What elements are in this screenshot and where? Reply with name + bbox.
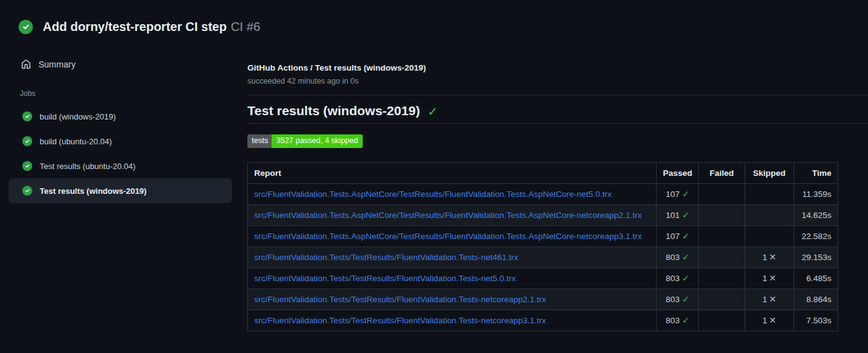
sidebar-job-item[interactable]: Test results (ubuntu-20.04)	[9, 154, 232, 178]
report-title: Test results (windows-2019)	[247, 103, 420, 118]
table-row: src/FluentValidation.Tests.AspNetCore/Te…	[248, 225, 838, 246]
failed-cell	[699, 268, 745, 289]
passed-count: 107	[666, 232, 680, 241]
job-label: build (ubuntu-20.04)	[40, 137, 112, 146]
report-cell: src/FluentValidation.Tests/TestResults/F…	[248, 246, 657, 268]
failed-cell	[699, 310, 745, 331]
table-row: src/FluentValidation.Tests/TestResults/F…	[248, 268, 838, 289]
check-icon: ✓	[682, 294, 689, 304]
passed-count: 803	[666, 253, 680, 262]
check-icon: ✓	[682, 273, 689, 283]
check-icon: ✓	[682, 210, 689, 220]
sidebar-job-item[interactable]: build (windows-2019)	[9, 104, 232, 129]
x-icon: ✕	[769, 252, 776, 262]
badge-label: tests	[247, 134, 272, 148]
report-cell: src/FluentValidation.Tests.AspNetCore/Te…	[248, 204, 657, 225]
test-results-table: Report Passed Failed Skipped Time src/Fl…	[247, 162, 838, 331]
passed-count: 107	[666, 190, 680, 199]
success-check-circle-icon	[22, 186, 32, 196]
report-link[interactable]: src/FluentValidation.Tests.AspNetCore/Te…	[254, 211, 642, 220]
time-cell: 8.864s	[794, 289, 838, 310]
table-header-row: Report Passed Failed Skipped Time	[248, 162, 838, 183]
passed-cell: 803✓	[657, 289, 699, 310]
table-row: src/FluentValidation.Tests.AspNetCore/Te…	[248, 204, 838, 225]
report-link[interactable]: src/FluentValidation.Tests.AspNetCore/Te…	[254, 190, 612, 199]
check-icon: ✓	[682, 315, 689, 325]
passed-count: 803	[666, 316, 680, 325]
skipped-cell: ✕	[745, 225, 794, 246]
column-header-time: Time	[794, 162, 838, 183]
report-link[interactable]: src/FluentValidation.Tests/TestResults/F…	[254, 316, 546, 325]
success-check-circle-icon	[22, 136, 32, 146]
column-header-skipped: Skipped	[745, 162, 794, 183]
report-cell: src/FluentValidation.Tests.AspNetCore/Te…	[248, 225, 657, 246]
report-heading: Test results (windows-2019) ✓	[247, 103, 868, 124]
skipped-count: 1	[763, 253, 768, 262]
check-run-status: succeeded 42 minutes ago in 0s	[247, 77, 868, 85]
success-check-circle-icon	[22, 161, 32, 171]
column-header-failed: Failed	[699, 162, 745, 183]
report-link[interactable]: src/FluentValidation.Tests/TestResults/F…	[254, 274, 516, 283]
passed-count: 803	[666, 274, 680, 283]
passed-cell: 107✓	[657, 225, 699, 246]
report-cell: src/FluentValidation.Tests/TestResults/F…	[248, 268, 657, 289]
table-row: src/FluentValidation.Tests/TestResults/F…	[248, 289, 838, 310]
report-cell: src/FluentValidation.Tests/TestResults/F…	[248, 289, 657, 310]
passed-cell: 101✓	[657, 204, 699, 225]
table-body: src/FluentValidation.Tests.AspNetCore/Te…	[248, 183, 838, 331]
passed-cell: 107✓	[657, 183, 699, 204]
table-row: src/FluentValidation.Tests/TestResults/F…	[248, 246, 838, 268]
skipped-cell: 1✕	[745, 268, 794, 289]
sidebar: Summary Jobs build (windows-2019) build …	[0, 53, 242, 203]
time-cell: 7.503s	[794, 310, 838, 331]
main-content: GitHub Actions / Test results (windows-2…	[247, 0, 868, 331]
table-row: src/FluentValidation.Tests/TestResults/F…	[248, 310, 838, 331]
skipped-count: 1	[763, 295, 768, 304]
skipped-cell: ✕	[745, 183, 794, 204]
time-cell: 22.582s	[794, 225, 838, 246]
x-icon: ✕	[769, 315, 776, 325]
failed-cell	[699, 289, 745, 310]
passed-cell: 803✓	[657, 268, 699, 289]
passed-cell: 803✓	[657, 246, 699, 268]
check-run-title: GitHub Actions / Test results (windows-2…	[247, 63, 868, 72]
summary-label: Summary	[38, 59, 76, 69]
table-row: src/FluentValidation.Tests.AspNetCore/Te…	[248, 183, 838, 204]
check-icon: ✓	[682, 231, 689, 241]
skipped-cell: 1✕	[745, 289, 794, 310]
x-icon: ✕	[769, 273, 776, 283]
job-label: Test results (windows-2019)	[40, 186, 146, 196]
failed-cell	[699, 204, 745, 225]
check-icon: ✓	[682, 252, 689, 262]
skipped-cell: ✕	[745, 204, 794, 225]
badge-value: 3527 passed, 4 skipped	[272, 134, 363, 148]
report-link[interactable]: src/FluentValidation.Tests/TestResults/F…	[254, 253, 518, 262]
failed-cell	[699, 183, 745, 204]
job-label: build (windows-2019)	[40, 112, 116, 121]
time-cell: 6.485s	[794, 268, 838, 289]
column-header-passed: Passed	[657, 162, 699, 183]
job-label: Test results (ubuntu-20.04)	[40, 162, 136, 171]
run-header: Add dorny/test-reporter CI step CI #6	[19, 20, 260, 34]
time-cell: 14.625s	[794, 204, 838, 225]
sidebar-item-summary[interactable]: Summary	[0, 53, 242, 76]
x-icon: ✕	[769, 294, 776, 304]
report-cell: src/FluentValidation.Tests/TestResults/F…	[248, 310, 657, 331]
success-check-circle-icon	[22, 111, 32, 121]
skipped-count: 1	[763, 274, 768, 283]
success-check-circle-icon	[19, 20, 33, 34]
sidebar-job-item[interactable]: build (ubuntu-20.04)	[9, 129, 232, 154]
sidebar-job-item[interactable]: Test results (windows-2019)	[9, 178, 232, 203]
report-link[interactable]: src/FluentValidation.Tests/TestResults/F…	[254, 295, 546, 304]
skipped-cell: 1✕	[745, 246, 794, 268]
check-icon: ✓	[682, 189, 689, 199]
report-link[interactable]: src/FluentValidation.Tests.AspNetCore/Te…	[254, 232, 642, 241]
check-run-header: GitHub Actions / Test results (windows-2…	[247, 0, 868, 95]
time-cell: 11.359s	[794, 183, 838, 204]
failed-cell	[699, 225, 745, 246]
passed-count: 101	[666, 211, 680, 220]
report-cell: src/FluentValidation.Tests.AspNetCore/Te…	[248, 183, 657, 204]
job-list: build (windows-2019) build (ubuntu-20.04…	[0, 104, 242, 203]
check-icon: ✓	[428, 105, 438, 118]
skipped-count: 1	[763, 316, 768, 325]
